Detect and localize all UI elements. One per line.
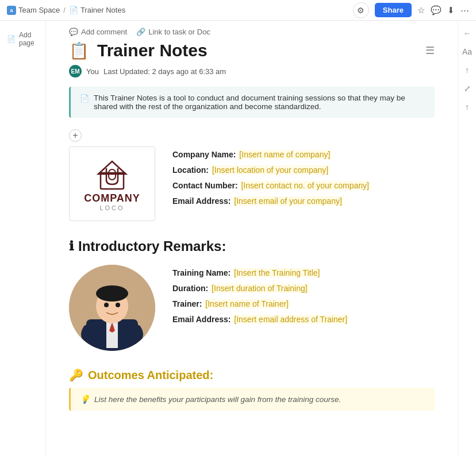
more-icon[interactable]: ⋯ [460,5,469,16]
svg-point-8 [96,285,128,302]
company-contact-value[interactable]: [Insert contact no. of your company] [240,181,370,190]
expand-icon[interactable]: ⤢ [464,84,471,93]
breadcrumb-team[interactable]: a Team Space [7,6,60,15]
doc-icon: 📄 [69,6,78,14]
intro-card: Training Name: [Insert the Training Titl… [69,265,435,351]
author-name: You [86,67,99,76]
author-line: EM You Last Updated: 2 days ago at 6:33 … [69,65,435,78]
key-icon: 🔑 [69,368,83,382]
company-location-value[interactable]: [Insert location of your company] [211,165,329,175]
trainer-email-label: Email Address: [172,315,231,324]
last-updated: Last Updated: 2 days ago at 6:33 am [103,67,226,76]
add-comment-button[interactable]: 💬 Add comment [69,28,127,36]
lightbulb-icon: 💡 [80,395,90,404]
page-title-icon: 📋 [69,41,89,60]
trainer-silhouette [69,265,155,351]
company-name-row: Company Name: [Insert name of company] [172,149,370,161]
breadcrumb-team-label: Team Space [18,6,60,14]
outcomes-heading-text: Outcomes Anticipated: [88,369,213,382]
page-title: Trainer Notes [97,41,208,60]
add-page-button[interactable]: 📄 Add page [5,29,41,49]
export-icon[interactable]: ⬇ [447,5,455,16]
chat-icon[interactable]: 💬 [431,5,442,16]
add-comment-label: Add comment [81,28,127,36]
company-contact-row: Contact Number: [Insert contact no. of y… [172,180,370,192]
logo-company-text: COMPANY [84,192,140,204]
company-name-label: Company Name: [172,150,236,159]
avatar: EM [69,65,82,78]
info-box: 📄 This Trainer Notes is a tool to conduc… [69,87,435,118]
training-name-label: Training Name: [172,268,231,277]
training-name-value[interactable]: [Insert the Training Title] [233,268,321,277]
outcomes-description: List here the benefits your participants… [94,395,341,404]
settings-button[interactable]: ⚙ [353,2,369,18]
info-icon: 📄 [80,94,89,103]
introductory-heading: ℹ Introductory Remarks: [69,238,435,254]
main-layout: 📄 Add page 💬 Add comment 🔗 Link to task … [0,21,476,456]
add-page-icon: 📄 [7,35,16,43]
training-name-row: Training Name: [Insert the Training Titl… [172,267,348,279]
svg-point-9 [104,303,109,307]
title-menu-button[interactable]: ☰ [425,44,435,57]
trainer-email-row: Email Address: [Insert email address of … [172,314,348,326]
info-text: This Trainer Notes is a tool to conduct … [94,94,425,111]
star-icon[interactable]: ☆ [417,5,425,16]
trainer-info: Training Name: [Insert the Training Titl… [172,265,348,329]
company-email-row: Email Address: [Insert email of your com… [172,195,370,207]
info-heading-icon: ℹ [69,239,74,254]
link-task-button[interactable]: 🔗 Link to task or Doc [136,28,210,36]
company-email-value[interactable]: [Insert email of your company] [233,196,343,206]
training-duration-value[interactable]: [Insert duration of Training] [210,284,309,293]
company-contact-label: Contact Number: [172,181,238,190]
breadcrumb-doc[interactable]: 📄 Trainer Notes [69,6,125,14]
company-email-label: Email Address: [172,196,231,206]
action-bar: 💬 Add comment 🔗 Link to task or Doc [69,21,435,41]
page-title-row: 📋 Trainer Notes ☰ [69,41,435,60]
svg-point-10 [116,303,120,307]
company-location-label: Location: [172,165,209,175]
team-icon: a [7,6,16,15]
link-task-label: Link to task or Doc [148,28,210,36]
trainer-name-label: Trainer: [172,299,202,308]
svg-marker-1 [98,161,126,174]
upload-icon[interactable]: ↑ [465,65,469,75]
company-logo-svg [95,157,129,191]
comment-icon: 💬 [69,28,78,36]
topbar-right: ⚙ Share ☆ 💬 ⬇ ⋯ [353,2,469,18]
back-icon[interactable]: ← [463,29,471,38]
outcomes-box: 💡 List here the benefits your participan… [69,388,435,411]
sidebar: 📄 Add page [0,21,46,456]
company-location-row: Location: [Insert location of your compa… [172,164,370,176]
svg-rect-0 [101,173,124,189]
breadcrumb-separator: / [63,6,66,14]
training-duration-row: Duration: [Insert duration of Training] [172,283,348,295]
right-sidebar: ← Aa ↑ ⤢ ↑ [458,21,476,456]
training-duration-label: Duration: [172,284,208,293]
plus-row: + [69,129,435,142]
add-page-label: Add page [19,31,39,47]
trainer-name-row: Trainer: [Insert name of Trainer] [172,298,348,310]
logo-loco-text: LOCO [99,204,124,211]
company-name-value[interactable]: [Insert name of company] [238,150,331,159]
outcomes-heading: 🔑 Outcomes Anticipated: [69,368,435,382]
breadcrumb: a Team Space / 📄 Trainer Notes [7,6,125,15]
company-logo-box: COMPANY LOCO [69,146,155,221]
share-sidebar-icon[interactable]: ↑ [465,102,469,111]
breadcrumb-doc-label: Trainer Notes [80,6,125,14]
add-block-button[interactable]: + [69,129,82,142]
company-card: COMPANY LOCO Company Name: [Insert name … [69,146,435,221]
trainer-name-value[interactable]: [Insert name of Trainer] [204,299,290,308]
topbar: a Team Space / 📄 Trainer Notes ⚙ Share ☆… [0,0,476,21]
share-button[interactable]: Share [375,3,412,17]
company-info: Company Name: [Insert name of company] L… [172,146,370,211]
trainer-photo [69,265,155,351]
introductory-heading-text: Introductory Remarks: [78,238,226,254]
content-area: 💬 Add comment 🔗 Link to task or Doc 📋 Tr… [46,21,458,456]
trainer-email-value[interactable]: [Insert email address of Trainer] [233,315,348,324]
text-size-icon[interactable]: Aa [462,47,472,56]
link-icon: 🔗 [136,28,145,36]
